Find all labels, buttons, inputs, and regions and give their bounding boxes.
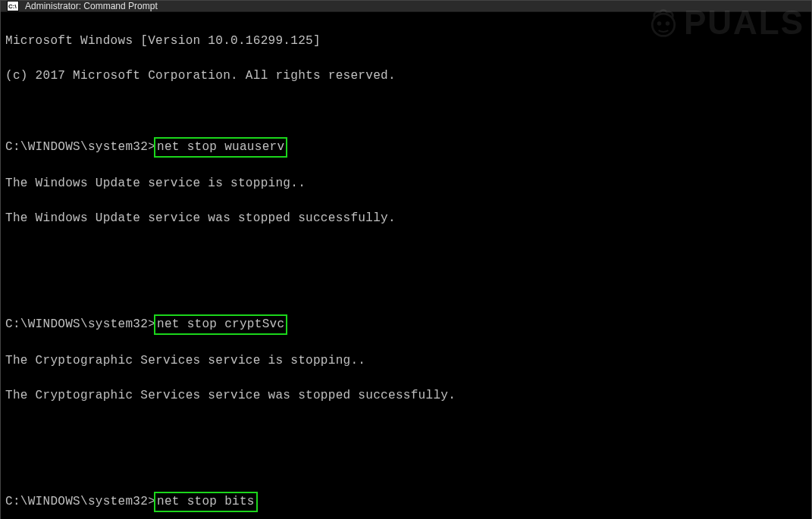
header-line: Microsoft Windows [Version 10.0.16299.12… [5,33,807,50]
prompt: C:\WINDOWS\system32> [5,495,155,508]
output-line: The Cryptographic Services service was s… [5,387,807,405]
cmd-icon: C:\ [7,1,19,11]
output-line: The Windows Update service is stopping.. [5,175,807,192]
prompt: C:\WINDOWS\system32> [5,317,155,331]
terminal-area[interactable]: Microsoft Windows [Version 10.0.16299.12… [1,12,811,519]
blank-line [5,280,807,297]
prompt: C:\WINDOWS\system32> [5,140,155,154]
output-line: The Windows Update service was stopped s… [5,210,807,227]
blank-line [5,245,807,262]
highlighted-command: net stop wuauserv [154,137,287,158]
blank-line [5,422,807,439]
highlighted-command: net stop bits [154,492,258,512]
command-line: C:\WINDOWS\system32>net stop cryptSvc [5,314,807,335]
window-title: Administrator: Command Prompt [25,1,158,11]
titlebar[interactable]: C:\ Administrator: Command Prompt [1,1,811,12]
highlighted-command: net stop cryptSvc [154,314,287,335]
blank-line [5,457,807,474]
output-line: The Cryptographic Services service is st… [5,352,807,370]
command-line: C:\WINDOWS\system32>net stop wuauserv [5,137,807,158]
blank-line [5,102,807,120]
command-prompt-window: C:\ Administrator: Command Prompt Micros… [0,0,812,519]
header-line: (c) 2017 Microsoft Corporation. All righ… [5,67,807,85]
command-line: C:\WINDOWS\system32>net stop bits [5,492,807,512]
